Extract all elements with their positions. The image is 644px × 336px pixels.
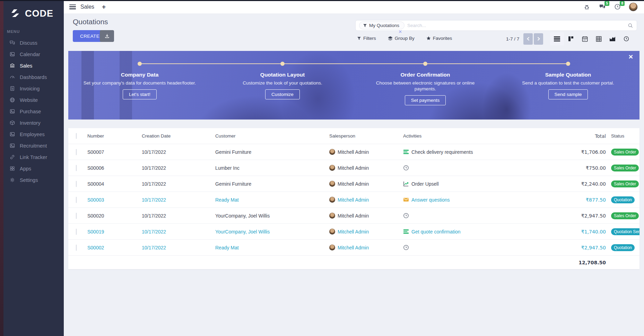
pager: 1-7 / 7 — [506, 32, 633, 45]
picture-icon — [9, 51, 15, 57]
sidebar-item-invoicing[interactable]: Invoicing — [0, 83, 64, 94]
sidebar-item-link-tracker[interactable]: Link Tracker — [0, 151, 64, 163]
messages-icon[interactable]: 5 — [598, 3, 606, 11]
filters-button[interactable]: Filters — [357, 36, 376, 41]
customize-button[interactable]: Customize — [265, 89, 300, 99]
envelope-icon — [403, 197, 409, 203]
sidebar-item-inventory[interactable]: Inventory — [0, 117, 64, 129]
activity-cell[interactable] — [403, 213, 561, 219]
list-view-button[interactable] — [550, 32, 564, 45]
kanban-view-button[interactable] — [564, 32, 578, 45]
column-header-activities[interactable]: Activities — [403, 133, 561, 139]
onboarding-step-company-data: Company Data Set your company's data for… — [81, 72, 199, 99]
onboarding-step-order-confirmation: Order Confirmation Choose between electr… — [366, 72, 484, 105]
column-header-creation-date[interactable]: Creation Date — [142, 133, 215, 139]
sidebar-item-apps[interactable]: Apps — [0, 163, 64, 174]
download-icon — [104, 33, 110, 39]
pager-previous-button[interactable] — [523, 33, 533, 45]
activity-cell[interactable]: Check delivery requirements — [403, 149, 561, 155]
salesperson-avatar — [329, 229, 335, 235]
table-row[interactable]: S00003 10/17/2022 Ready Mat Mitchell Adm… — [68, 192, 639, 207]
send-sample-button[interactable]: Send sample — [548, 89, 588, 99]
sidebar-item-website[interactable]: Website — [0, 94, 64, 106]
sidebar-item-discuss[interactable]: Discuss — [0, 37, 64, 48]
activity-cell[interactable]: Get quote confirmation — [403, 229, 561, 235]
calendar-view-button[interactable] — [578, 32, 592, 45]
row-checkbox[interactable] — [76, 213, 77, 219]
graph-view-icon — [609, 36, 616, 42]
activity-cell[interactable]: Order Upsell — [403, 181, 561, 187]
export-button[interactable] — [100, 30, 114, 42]
sidebar-menu: Discuss Calendar Sales Dashboards Invoic… — [0, 37, 64, 186]
picture-icon — [9, 143, 15, 149]
search-facet-my-quotations[interactable]: My Quotations ✕ — [359, 21, 404, 29]
activity-cell[interactable] — [403, 165, 561, 171]
status-badge: Sales Order — [611, 149, 639, 156]
graph-view-button[interactable] — [606, 32, 619, 45]
row-checkbox[interactable] — [76, 245, 77, 251]
sidebar-item-calendar[interactable]: Calendar — [0, 48, 64, 60]
status-badge: Quotation — [611, 196, 635, 203]
hamburger-menu-icon[interactable] — [69, 5, 76, 9]
sidebar-item-employees[interactable]: Employees — [0, 129, 64, 140]
column-header-customer[interactable]: Customer — [215, 133, 329, 139]
new-tab-plus-icon[interactable]: + — [102, 3, 106, 10]
chart-icon — [403, 181, 409, 187]
sidebar-item-purchase[interactable]: Purchase — [0, 106, 64, 117]
activities-clock-icon[interactable]: 8 — [613, 3, 621, 11]
user-avatar[interactable] — [629, 2, 638, 11]
brand-logo-icon — [10, 9, 21, 19]
table-row[interactable]: S00020 10/17/2022 YourCompany, Joel Will… — [68, 207, 639, 223]
column-header-salesperson[interactable]: Salesperson — [329, 133, 403, 139]
kanban-view-icon — [568, 36, 574, 42]
sidebar-item-recruitment[interactable]: Recruitment — [0, 140, 64, 151]
search-options: Filters Group By Favorites — [357, 36, 452, 41]
step-dot — [138, 62, 142, 66]
chevron-left-icon — [526, 37, 530, 41]
row-checkbox[interactable] — [76, 165, 77, 171]
table-row[interactable]: S00007 10/17/2022 Gemini Furniture Mitch… — [68, 144, 639, 160]
search-icon[interactable] — [628, 23, 633, 28]
sidebar-item-dashboards[interactable]: Dashboards — [0, 71, 64, 83]
lets-start-button[interactable]: Let's start! — [123, 89, 157, 99]
banner-close-icon[interactable]: ✕ — [628, 54, 633, 60]
sidebar-item-settings[interactable]: Settings — [0, 174, 64, 186]
view-switcher — [550, 32, 633, 45]
gauge-icon — [9, 74, 15, 80]
activity-view-button[interactable] — [619, 32, 633, 45]
control-panel: Quotations CREATE My Quotations ✕ — [64, 14, 644, 51]
table-row[interactable]: S00006 10/17/2022 Lumber Inc Mitchell Ad… — [68, 160, 639, 176]
select-all-checkbox[interactable] — [76, 133, 77, 139]
calendar-view-icon — [582, 36, 588, 42]
table-row[interactable]: S00004 10/17/2022 Gemini Furniture Mitch… — [68, 176, 639, 192]
debug-bug-icon[interactable] — [583, 3, 591, 11]
menu-section-label: MENU — [0, 29, 64, 34]
favorites-button[interactable]: Favorites — [426, 36, 452, 41]
pivot-view-button[interactable] — [592, 32, 606, 45]
group-by-button[interactable]: Group By — [388, 36, 415, 41]
table-row[interactable]: S00019 10/17/2022 YourCompany, Joel Will… — [68, 223, 639, 239]
column-header-total[interactable]: Total — [561, 133, 606, 139]
table-row[interactable]: S00002 10/17/2022 Ready Mat Mitchell Adm… — [68, 239, 639, 255]
search-input[interactable] — [407, 23, 628, 28]
activity-cell[interactable]: Answer questions — [403, 197, 561, 203]
column-header-number[interactable]: Number — [87, 133, 142, 139]
activity-cell[interactable] — [403, 245, 561, 250]
sidebar-item-sales[interactable]: Sales — [0, 60, 64, 71]
row-checkbox[interactable] — [76, 197, 77, 203]
onboarding-timeline — [140, 63, 568, 64]
chevron-right-icon — [537, 37, 540, 41]
set-payments-button[interactable]: Set payments — [405, 95, 446, 105]
row-checkbox[interactable] — [76, 229, 77, 235]
picture-icon — [9, 108, 15, 114]
brand-name: CODE — [25, 8, 53, 19]
remove-facet-icon[interactable]: ✕ — [398, 29, 402, 34]
row-checkbox[interactable] — [76, 181, 77, 187]
row-checkbox[interactable] — [76, 149, 77, 155]
column-header-status[interactable]: Status — [606, 133, 639, 139]
filter-funnel-icon — [357, 36, 361, 41]
brand-logo[interactable]: CODE — [0, 0, 64, 19]
pager-next-button[interactable] — [534, 33, 543, 45]
star-icon — [426, 36, 431, 41]
search-bar[interactable]: My Quotations ✕ — [355, 20, 637, 31]
